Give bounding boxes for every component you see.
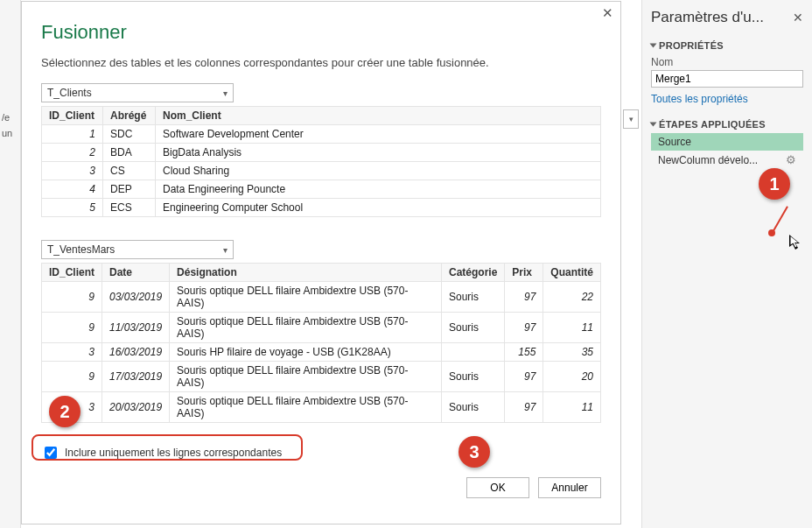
collapse-triangle-icon [650, 44, 657, 48]
t2-h2[interactable]: Désignation [170, 264, 442, 282]
annotation-callout-2 [32, 434, 303, 461]
leftstrip-cell-2: un [0, 128, 20, 138]
table-row[interactable]: 911/03/2019Souris optique DELL filaire A… [42, 313, 601, 343]
chevron-down-icon: ▾ [629, 115, 634, 123]
leftstrip-cell-1: /e [0, 112, 20, 123]
table1-grid[interactable]: ID_Client Abrégé Nom_Client 1SDCSoftware… [41, 106, 601, 217]
table-row[interactable]: 5ECSEngineering Computer School [42, 199, 601, 217]
table1-combo-value: T_Clients [47, 87, 92, 99]
step-label: NewColumn dévelo... [658, 154, 758, 166]
section-properties[interactable]: PROPRIÉTÉS [651, 40, 803, 51]
table2-combo-value: T_VentesMars [47, 243, 115, 256]
table-row[interactable]: 917/03/2019Souris optique DELL filaire A… [42, 362, 601, 392]
table1-combo[interactable]: T_Clients ▾ [41, 83, 234, 102]
table-row[interactable]: 1SDCSoftware Development Center [42, 125, 601, 144]
annotation-dot [768, 229, 775, 236]
table-row[interactable]: 2BDABigData Analysis [42, 144, 601, 162]
t2-h0[interactable]: ID_Client [42, 264, 102, 282]
table2-combo[interactable]: T_VentesMars ▾ [41, 240, 234, 259]
pane-title: Paramètres d'u... [651, 9, 764, 26]
t2-h5[interactable]: Quantité [543, 264, 601, 282]
section-steps-label: ÉTAPES APPLIQUÉES [659, 119, 766, 130]
table-row[interactable]: 903/03/2019Souris optique DELL filaire A… [42, 282, 601, 313]
t2-h4[interactable]: Prix [505, 264, 543, 282]
t1-h2[interactable]: Nom_Client [156, 107, 601, 125]
ok-button[interactable]: OK [466, 477, 529, 498]
chevron-down-icon: ▾ [223, 88, 228, 98]
gear-icon[interactable]: ⚙ [786, 153, 796, 166]
dialog-title: Fusionner [41, 21, 601, 44]
step-source[interactable]: Source [651, 133, 803, 151]
annotation-badge-3: 3 [458, 436, 490, 468]
close-icon[interactable]: ✕ [602, 5, 613, 21]
cancel-button[interactable]: Annuler [538, 477, 601, 498]
t1-h1[interactable]: Abrégé [103, 107, 156, 125]
left-strip: /e un [0, 0, 21, 528]
table-row[interactable]: 3CSCloud Sharing [42, 162, 601, 180]
annotation-badge-2: 2 [49, 396, 80, 427]
annotation-badge-1: 1 [759, 168, 790, 200]
background-dropdown[interactable]: ▾ [623, 109, 639, 129]
chevron-down-icon: ▾ [223, 245, 228, 255]
table-row[interactable]: 316/03/2019Souris HP filaire de voyage -… [42, 343, 601, 362]
name-label: Nom [651, 56, 803, 68]
section-applied-steps[interactable]: ÉTAPES APPLIQUÉES [651, 119, 803, 130]
close-icon[interactable]: ✕ [793, 11, 803, 25]
table-row[interactable]: 320/03/2019Souris optique DELL filaire A… [42, 392, 601, 423]
dialog-subtitle: Sélectionnez des tables et les colonnes … [41, 56, 601, 69]
section-properties-label: PROPRIÉTÉS [659, 40, 724, 51]
t2-h3[interactable]: Catégorie [441, 264, 504, 282]
query-settings-pane: Paramètres d'u... ✕ PROPRIÉTÉS Nom Toute… [641, 0, 812, 528]
table-row[interactable]: 4DEPData Engineering Pouncte [42, 180, 601, 199]
table2-grid[interactable]: ID_Client Date Désignation Catégorie Pri… [41, 263, 601, 423]
t1-h0[interactable]: ID_Client [42, 107, 103, 125]
step-expand-newcolumn[interactable]: NewColumn dévelo... ⚙ [651, 151, 803, 169]
cursor-icon [789, 235, 805, 250]
all-properties-link[interactable]: Toutes les propriétés [651, 93, 803, 105]
query-name-input[interactable] [651, 70, 803, 88]
t2-h1[interactable]: Date [102, 264, 170, 282]
collapse-triangle-icon [650, 123, 657, 127]
step-label: Source [658, 136, 691, 148]
